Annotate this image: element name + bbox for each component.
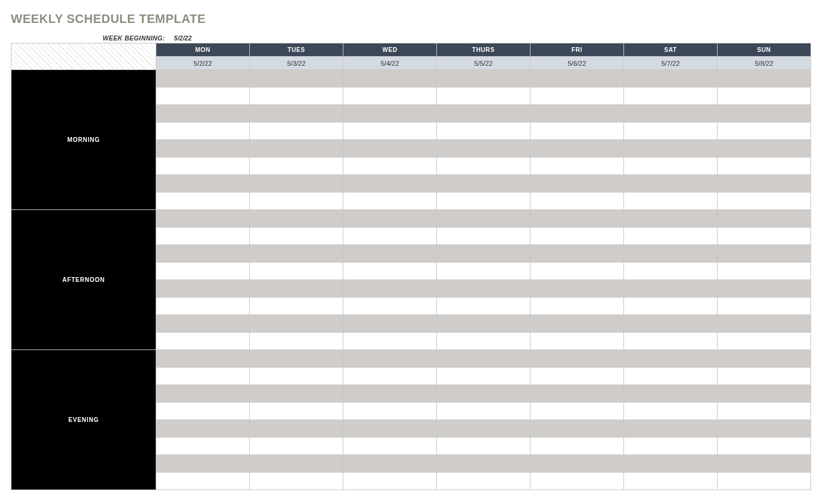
schedule-cell[interactable]: [624, 175, 718, 193]
schedule-cell[interactable]: [250, 70, 343, 88]
schedule-cell[interactable]: [250, 385, 343, 403]
schedule-cell[interactable]: [250, 368, 343, 385]
schedule-cell[interactable]: [530, 438, 624, 455]
schedule-cell[interactable]: [530, 350, 624, 368]
schedule-cell[interactable]: [156, 70, 250, 88]
schedule-cell[interactable]: [530, 368, 624, 385]
schedule-cell[interactable]: [530, 385, 624, 403]
schedule-cell[interactable]: [624, 473, 718, 490]
schedule-cell[interactable]: [343, 473, 437, 490]
schedule-cell[interactable]: [718, 158, 811, 175]
schedule-cell[interactable]: [343, 455, 437, 473]
schedule-cell[interactable]: [250, 105, 343, 123]
schedule-cell[interactable]: [718, 455, 811, 473]
schedule-cell[interactable]: [624, 70, 718, 88]
schedule-cell[interactable]: [437, 333, 530, 350]
schedule-cell[interactable]: [718, 245, 811, 263]
schedule-cell[interactable]: [343, 88, 437, 105]
schedule-cell[interactable]: [530, 228, 624, 245]
schedule-cell[interactable]: [718, 368, 811, 385]
schedule-cell[interactable]: [624, 123, 718, 140]
schedule-cell[interactable]: [718, 438, 811, 455]
schedule-cell[interactable]: [718, 263, 811, 280]
schedule-cell[interactable]: [718, 298, 811, 315]
schedule-cell[interactable]: [437, 228, 530, 245]
schedule-cell[interactable]: [250, 245, 343, 263]
schedule-cell[interactable]: [156, 210, 250, 228]
schedule-cell[interactable]: [437, 473, 530, 490]
schedule-cell[interactable]: [343, 263, 437, 280]
schedule-cell[interactable]: [718, 333, 811, 350]
schedule-cell[interactable]: [530, 403, 624, 420]
schedule-cell[interactable]: [343, 158, 437, 175]
schedule-cell[interactable]: [250, 473, 343, 490]
schedule-cell[interactable]: [250, 455, 343, 473]
schedule-cell[interactable]: [343, 438, 437, 455]
schedule-cell[interactable]: [437, 438, 530, 455]
schedule-cell[interactable]: [718, 420, 811, 438]
schedule-cell[interactable]: [718, 70, 811, 88]
schedule-cell[interactable]: [437, 298, 530, 315]
schedule-cell[interactable]: [343, 210, 437, 228]
schedule-cell[interactable]: [718, 140, 811, 158]
schedule-cell[interactable]: [624, 228, 718, 245]
schedule-cell[interactable]: [156, 333, 250, 350]
schedule-cell[interactable]: [624, 88, 718, 105]
schedule-cell[interactable]: [437, 175, 530, 193]
schedule-cell[interactable]: [156, 280, 250, 298]
schedule-cell[interactable]: [718, 210, 811, 228]
schedule-cell[interactable]: [624, 158, 718, 175]
schedule-cell[interactable]: [437, 193, 530, 210]
schedule-cell[interactable]: [718, 403, 811, 420]
schedule-cell[interactable]: [437, 263, 530, 280]
schedule-cell[interactable]: [624, 455, 718, 473]
schedule-cell[interactable]: [718, 123, 811, 140]
schedule-cell[interactable]: [343, 298, 437, 315]
schedule-cell[interactable]: [624, 438, 718, 455]
schedule-cell[interactable]: [718, 193, 811, 210]
schedule-cell[interactable]: [437, 368, 530, 385]
schedule-cell[interactable]: [624, 315, 718, 333]
schedule-cell[interactable]: [156, 350, 250, 368]
schedule-cell[interactable]: [156, 420, 250, 438]
schedule-cell[interactable]: [156, 88, 250, 105]
schedule-cell[interactable]: [156, 298, 250, 315]
schedule-cell[interactable]: [437, 280, 530, 298]
schedule-cell[interactable]: [343, 385, 437, 403]
schedule-cell[interactable]: [530, 158, 624, 175]
schedule-cell[interactable]: [250, 403, 343, 420]
schedule-cell[interactable]: [250, 175, 343, 193]
schedule-cell[interactable]: [343, 228, 437, 245]
schedule-cell[interactable]: [156, 158, 250, 175]
schedule-cell[interactable]: [624, 280, 718, 298]
schedule-cell[interactable]: [343, 420, 437, 438]
schedule-cell[interactable]: [624, 333, 718, 350]
schedule-cell[interactable]: [718, 88, 811, 105]
schedule-cell[interactable]: [156, 385, 250, 403]
schedule-cell[interactable]: [530, 70, 624, 88]
schedule-cell[interactable]: [250, 350, 343, 368]
schedule-cell[interactable]: [250, 140, 343, 158]
schedule-cell[interactable]: [624, 140, 718, 158]
schedule-cell[interactable]: [250, 263, 343, 280]
schedule-cell[interactable]: [343, 368, 437, 385]
schedule-cell[interactable]: [156, 455, 250, 473]
schedule-cell[interactable]: [437, 455, 530, 473]
schedule-cell[interactable]: [343, 193, 437, 210]
schedule-cell[interactable]: [250, 210, 343, 228]
schedule-cell[interactable]: [530, 175, 624, 193]
schedule-cell[interactable]: [530, 298, 624, 315]
schedule-cell[interactable]: [156, 315, 250, 333]
schedule-cell[interactable]: [250, 280, 343, 298]
schedule-cell[interactable]: [437, 140, 530, 158]
schedule-cell[interactable]: [437, 350, 530, 368]
schedule-cell[interactable]: [718, 228, 811, 245]
schedule-cell[interactable]: [437, 420, 530, 438]
schedule-cell[interactable]: [250, 158, 343, 175]
schedule-cell[interactable]: [718, 280, 811, 298]
schedule-cell[interactable]: [530, 315, 624, 333]
schedule-cell[interactable]: [343, 315, 437, 333]
schedule-cell[interactable]: [156, 105, 250, 123]
schedule-cell[interactable]: [624, 105, 718, 123]
schedule-cell[interactable]: [437, 245, 530, 263]
